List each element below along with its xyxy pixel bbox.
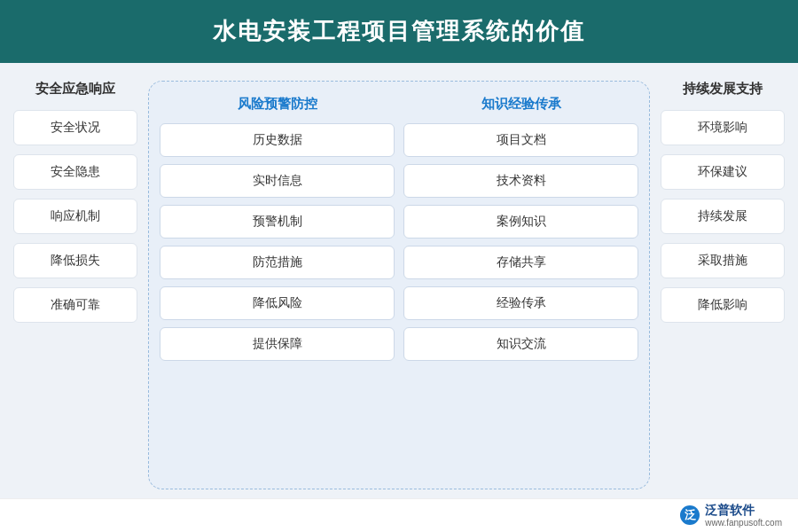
list-item: 降低风险 bbox=[160, 286, 395, 320]
logo-icon: 泛 bbox=[680, 505, 700, 525]
middle-left-title: 风险预警防控 bbox=[160, 96, 395, 113]
brand-url: www.fanpusoft.com bbox=[705, 518, 782, 528]
logo-text: 泛普软件 www.fanpusoft.com bbox=[705, 503, 782, 528]
list-item: 案例知识 bbox=[403, 205, 638, 239]
list-item: 实时信息 bbox=[160, 164, 395, 198]
page-footer: 泛 泛普软件 www.fanpusoft.com bbox=[0, 498, 798, 532]
middle-left-column: 风险预警防控 历史数据实时信息预警机制防范措施降低风险提供保障 bbox=[160, 96, 395, 474]
middle-section: 风险预警防控 历史数据实时信息预警机制防范措施降低风险提供保障 知识经验传承 项… bbox=[148, 81, 650, 489]
list-item: 安全隐患 bbox=[13, 154, 137, 190]
list-item: 知识交流 bbox=[403, 327, 638, 361]
list-item: 历史数据 bbox=[160, 123, 395, 157]
list-item: 持续发展 bbox=[661, 199, 785, 234]
list-item: 预警机制 bbox=[160, 205, 395, 239]
brand-name: 泛普软件 bbox=[705, 503, 782, 518]
list-item: 项目文档 bbox=[403, 123, 638, 157]
main-content: 安全应急响应 安全状况安全隐患响应机制降低损失准确可靠 风险预警防控 历史数据实… bbox=[0, 63, 798, 498]
list-item: 降低损失 bbox=[13, 243, 137, 278]
page-header: 水电安装工程项目管理系统的价值 bbox=[0, 0, 798, 63]
brand-logo: 泛 泛普软件 www.fanpusoft.com bbox=[680, 503, 782, 528]
list-item: 经验传承 bbox=[403, 286, 638, 320]
page-title: 水电安装工程项目管理系统的价值 bbox=[213, 18, 585, 44]
middle-right-title: 知识经验传承 bbox=[403, 96, 638, 113]
main-container: 水电安装工程项目管理系统的价值 安全应急响应 安全状况安全隐患响应机制降低损失准… bbox=[0, 0, 798, 532]
middle-right-column: 知识经验传承 项目文档技术资料案例知识存储共享经验传承知识交流 bbox=[403, 96, 638, 474]
list-item: 防范措施 bbox=[160, 246, 395, 279]
list-item: 降低影响 bbox=[661, 287, 785, 323]
list-item: 技术资料 bbox=[403, 164, 638, 198]
left-section-title: 安全应急响应 bbox=[13, 81, 137, 98]
list-item: 响应机制 bbox=[13, 199, 137, 234]
list-item: 准确可靠 bbox=[13, 287, 137, 323]
right-section-title: 持续发展支持 bbox=[661, 81, 785, 98]
right-column: 持续发展支持 环境影响环保建议持续发展采取措施降低影响 bbox=[661, 81, 785, 489]
left-column: 安全应急响应 安全状况安全隐患响应机制降低损失准确可靠 bbox=[13, 81, 137, 489]
list-item: 环境影响 bbox=[661, 110, 785, 145]
list-item: 采取措施 bbox=[661, 243, 785, 278]
list-item: 安全状况 bbox=[13, 110, 137, 145]
list-item: 环保建议 bbox=[661, 154, 785, 190]
list-item: 存储共享 bbox=[403, 246, 638, 279]
list-item: 提供保障 bbox=[160, 327, 395, 361]
